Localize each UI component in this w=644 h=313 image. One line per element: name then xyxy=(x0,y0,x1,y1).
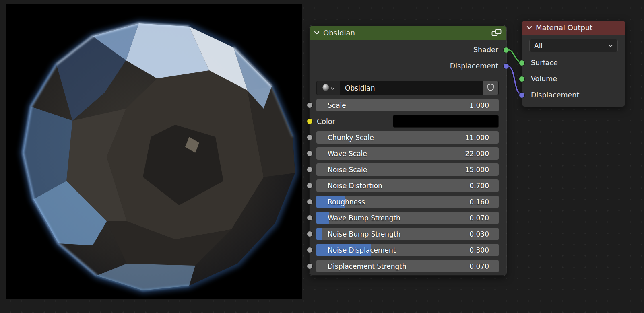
slider-label: Noise Distortion xyxy=(328,182,382,190)
slider-value: 0.070 xyxy=(469,262,489,270)
roughness-input-socket[interactable] xyxy=(307,199,313,205)
obsidian-node-header[interactable]: Obsidian xyxy=(310,26,506,40)
displacement-input-socket[interactable] xyxy=(519,92,525,98)
material-sphere-icon xyxy=(322,84,330,93)
material-output-title: Material Output xyxy=(536,23,592,32)
slider-fill xyxy=(316,212,329,224)
render-preview xyxy=(6,4,302,299)
displacement-output-label: Displacement xyxy=(450,62,498,70)
surface-input-label: Surface xyxy=(531,59,558,67)
fake-user-button[interactable] xyxy=(483,81,499,95)
input-row-scale: Scale1.000 xyxy=(316,99,499,111)
wave-scale-slider[interactable]: Wave Scale22.000 xyxy=(316,147,499,160)
chunky-scale-input-socket[interactable] xyxy=(307,134,313,140)
material-output-header[interactable]: Material Output xyxy=(522,21,625,35)
input-row-displacement-strength: Displacement Strength0.070 xyxy=(316,260,499,272)
input-row-color: Color xyxy=(316,115,499,128)
node-group-icon xyxy=(491,29,502,37)
slider-value: 0.700 xyxy=(469,182,489,190)
displacement-strength-slider[interactable]: Displacement Strength0.070 xyxy=(316,260,499,272)
slider-fill xyxy=(316,228,322,240)
displacement-output-socket[interactable] xyxy=(503,63,509,69)
collapse-chevron-icon[interactable] xyxy=(314,31,320,35)
material-output-node[interactable]: Material Output All Surface Volume Displ… xyxy=(522,20,625,107)
noise-displacement-input-socket[interactable] xyxy=(307,247,313,253)
noise-scale-input-socket[interactable] xyxy=(307,167,313,173)
displacement-input-label: Displacement xyxy=(531,91,579,99)
obsidian-group-node[interactable]: Obsidian Shader Displacement xyxy=(309,25,506,276)
slider-label: Scale xyxy=(328,101,346,109)
slider-value: 0.300 xyxy=(469,246,489,254)
roughness-slider[interactable]: Roughness0.160 xyxy=(316,196,499,208)
dropdown-chevron-icon xyxy=(608,44,613,47)
surface-input-socket[interactable] xyxy=(519,60,525,66)
material-name-field[interactable]: Obsidian xyxy=(340,81,483,95)
obsidian-node-title: Obsidian xyxy=(323,29,355,37)
volume-input-socket[interactable] xyxy=(519,76,525,82)
slider-value: 11.000 xyxy=(465,134,489,142)
scale-slider[interactable]: Scale1.000 xyxy=(316,99,499,111)
displacement-strength-input-socket[interactable] xyxy=(307,263,313,269)
slider-value: 0.030 xyxy=(469,230,489,238)
shader-output-socket[interactable] xyxy=(503,47,509,53)
slider-label: Chunky Scale xyxy=(328,134,374,142)
volume-input-label: Volume xyxy=(531,75,557,83)
wave-bump-strength-input-socket[interactable] xyxy=(307,215,313,221)
slider-value: 22.000 xyxy=(465,150,489,158)
noise-bump-strength-slider[interactable]: Noise Bump Strength0.030 xyxy=(316,228,499,240)
slider-label: Displacement Strength xyxy=(328,262,407,270)
input-row-noise-distortion: Noise Distortion0.700 xyxy=(316,179,499,192)
target-dropdown[interactable]: All xyxy=(529,39,618,52)
slider-value: 1.000 xyxy=(469,101,489,109)
obsidian-rock-render xyxy=(6,4,302,299)
slider-label: Noise Scale xyxy=(328,166,367,174)
material-selector-row: Obsidian xyxy=(316,81,499,95)
noise-displacement-slider[interactable]: Noise Displacement0.300 xyxy=(316,244,499,256)
color-input-socket[interactable] xyxy=(307,118,313,124)
noise-scale-slider[interactable]: Noise Scale15.000 xyxy=(316,163,499,176)
color-swatch[interactable] xyxy=(393,115,499,128)
slider-label: Roughness xyxy=(328,198,365,206)
target-dropdown-value: All xyxy=(534,42,543,50)
noise-bump-strength-input-socket[interactable] xyxy=(307,231,313,237)
input-row-noise-scale: Noise Scale15.000 xyxy=(316,163,499,176)
material-browse-button[interactable] xyxy=(316,81,340,95)
shield-icon xyxy=(487,84,494,92)
slider-label: Noise Displacement xyxy=(328,246,396,254)
noise-distortion-input-socket[interactable] xyxy=(307,183,313,189)
wave-scale-input-socket[interactable] xyxy=(307,150,313,156)
slider-value: 0.070 xyxy=(469,214,489,222)
scale-input-socket[interactable] xyxy=(307,102,313,108)
slider-label: Wave Bump Strength xyxy=(328,214,400,222)
slider-value: 15.000 xyxy=(465,166,489,174)
input-row-noise-displacement: Noise Displacement0.300 xyxy=(316,244,499,256)
slider-value: 0.160 xyxy=(469,198,489,206)
slider-label: Wave Scale xyxy=(328,150,367,158)
node-editor-canvas[interactable]: Obsidian Shader Displacement xyxy=(0,0,644,313)
input-row-noise-bump-strength: Noise Bump Strength0.030 xyxy=(316,228,499,240)
color-row-label: Color xyxy=(317,117,335,126)
input-row-chunky-scale: Chunky Scale11.000 xyxy=(316,131,499,144)
obsidian-input-rows: Scale1.000ColorChunky Scale11.000Wave Sc… xyxy=(316,99,499,276)
input-row-wave-scale: Wave Scale22.000 xyxy=(316,147,499,160)
input-row-roughness: Roughness0.160 xyxy=(316,196,499,208)
noise-distortion-slider[interactable]: Noise Distortion0.700 xyxy=(316,179,499,192)
shader-output-label: Shader xyxy=(473,46,498,54)
wave-bump-strength-slider[interactable]: Wave Bump Strength0.070 xyxy=(316,212,499,224)
collapse-chevron-icon[interactable] xyxy=(526,26,532,29)
browse-chevron-icon xyxy=(331,85,334,91)
chunky-scale-slider[interactable]: Chunky Scale11.000 xyxy=(316,131,499,144)
input-row-wave-bump-strength: Wave Bump Strength0.070 xyxy=(316,212,499,224)
slider-label: Noise Bump Strength xyxy=(328,230,400,238)
